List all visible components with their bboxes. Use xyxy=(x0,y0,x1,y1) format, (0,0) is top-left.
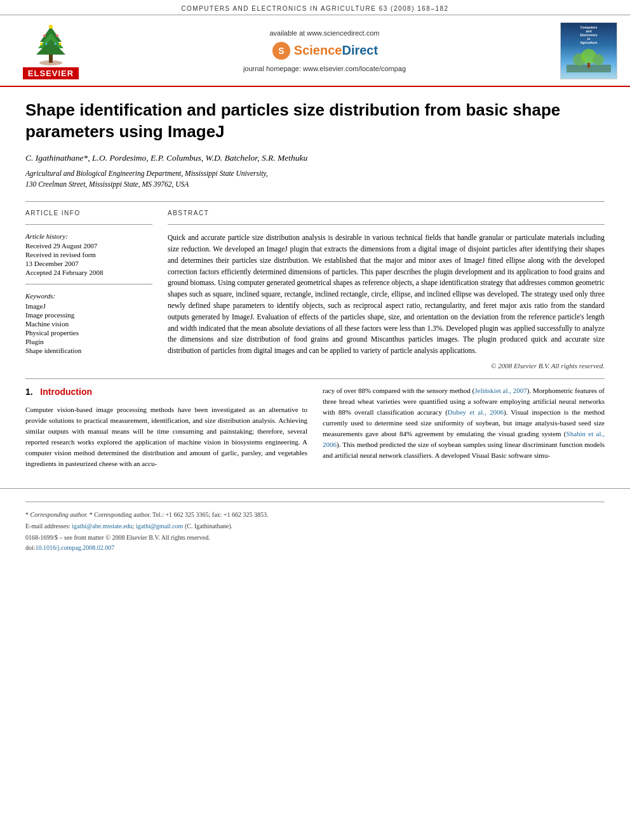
svg-point-5 xyxy=(49,25,53,29)
intro-right-text: racy of over 88% compared with the senso… xyxy=(323,385,605,461)
email-label: E-mail addresses: xyxy=(25,523,72,530)
sciencedirect-wordmark: ScienceDirect xyxy=(294,43,378,58)
keywords-label: Keywords: xyxy=(25,292,152,300)
cover-title-text: ComputersandElectronicsinAgriculture xyxy=(580,25,598,44)
received-2: Received in revised form xyxy=(25,251,152,258)
svg-point-6 xyxy=(43,34,46,37)
issn-note: 0168-1699/$ – see front matter © 2008 El… xyxy=(25,533,605,542)
body-right-col: racy of over 88% compared with the senso… xyxy=(323,385,605,469)
received-2-date: 13 December 2007 xyxy=(25,260,152,267)
section-number: 1. xyxy=(25,387,33,397)
email-1: igathi@abe.msstate.edu xyxy=(72,523,132,530)
doi-note: doi:10.1016/j.compag.2008.02.007 xyxy=(25,544,605,551)
cover-illustration xyxy=(566,47,611,72)
body-left-col: 1. Introduction Computer vision-based im… xyxy=(25,385,307,469)
corresponding-note: * Corresponding author. * Corresponding … xyxy=(25,510,605,519)
article-title: Shape identification and particles size … xyxy=(25,100,605,143)
article-info-col: ARTICLE INFO Article history: Received 2… xyxy=(25,210,152,370)
doi-label: doi: xyxy=(25,544,36,551)
footer-divider xyxy=(25,502,605,502)
corresponding-star: * xyxy=(25,511,29,518)
abstract-col: ABSTRACT Quick and accurate particle siz… xyxy=(168,210,605,370)
keyword-5: Plugin xyxy=(25,338,152,345)
footer: * Corresponding author. * Corresponding … xyxy=(0,488,630,556)
authors: C. Igathinathane*, L.O. Pordesimo, E.P. … xyxy=(25,153,605,163)
intro-left-text: Computer vision-based image processing m… xyxy=(25,404,307,469)
affiliation-line2: 130 Creelman Street, Mississippi State, … xyxy=(25,179,605,190)
divider-abstract xyxy=(168,224,605,225)
svg-point-8 xyxy=(40,43,43,45)
corresponding-text: Corresponding author. xyxy=(30,511,90,518)
keyword-4: Physical properties xyxy=(25,329,152,337)
elsevier-logo: ELSEVIER xyxy=(13,22,89,79)
article-info-abstract: ARTICLE INFO Article history: Received 2… xyxy=(25,210,605,370)
affiliation-line1: Agricultural and Biological Engineering … xyxy=(25,168,605,179)
accepted: Accepted 24 February 2008 xyxy=(25,269,152,276)
sciencedirect-icon: S xyxy=(271,41,292,61)
svg-rect-18 xyxy=(587,63,590,68)
tel-fax: * Corresponding author. Tel.: +1 662 325… xyxy=(90,511,269,518)
main-content: Shape identification and particles size … xyxy=(0,87,630,476)
divider-info xyxy=(25,224,152,225)
abstract-text: Quick and accurate particle size distrib… xyxy=(168,232,605,357)
svg-point-1 xyxy=(39,60,62,65)
keyword-1: ImageJ xyxy=(25,302,152,310)
center-info: available at www.sciencedirect.com S Sci… xyxy=(89,29,560,72)
keyword-3: Machine vision xyxy=(25,320,152,328)
email-note: E-mail addresses: igathi@abe.msstate.edu… xyxy=(25,521,605,531)
introduction-heading: 1. Introduction xyxy=(25,385,307,399)
page-wrapper: COMPUTERS AND ELECTRONICS IN AGRICULTURE… xyxy=(0,0,630,556)
journal-homepage-text: journal homepage: www.elsevier.com/locat… xyxy=(102,65,547,72)
body-two-col: 1. Introduction Computer vision-based im… xyxy=(25,385,605,469)
svg-point-10 xyxy=(46,43,48,45)
affiliation: Agricultural and Biological Engineering … xyxy=(25,168,605,190)
logo-banner: ELSEVIER available at www.sciencedirect.… xyxy=(0,15,630,87)
body-section: 1. Introduction Computer vision-based im… xyxy=(25,378,605,469)
journal-name: COMPUTERS AND ELECTRONICS IN AGRICULTURE… xyxy=(181,5,448,12)
divider-keywords xyxy=(25,284,152,284)
sciencedirect-logo: S ScienceDirect xyxy=(102,41,547,61)
svg-point-17 xyxy=(593,54,604,65)
journal-cover: ComputersandElectronicsinAgriculture xyxy=(560,22,617,79)
email-author: (C. Igathinathane). xyxy=(185,523,232,530)
history-label: Article history: xyxy=(25,232,152,240)
ref-jelinski: Jelińskiet al., 2007 xyxy=(474,387,527,394)
svg-text:S: S xyxy=(278,46,284,56)
available-text: available at www.sciencedirect.com xyxy=(102,29,547,37)
keyword-2: Image processing xyxy=(25,311,152,319)
journal-cover-inner: ComputersandElectronicsinAgriculture xyxy=(561,23,617,79)
svg-point-11 xyxy=(55,43,57,45)
section-title: Introduction xyxy=(40,387,92,397)
abstract-label: ABSTRACT xyxy=(168,210,605,217)
keyword-6: Shape identification xyxy=(25,347,152,354)
elsevier-tree-icon xyxy=(22,22,79,66)
divider-1 xyxy=(25,201,605,202)
received-1: Received 29 August 2007 xyxy=(25,242,152,250)
ref-shahin: Shahin et al., 2006 xyxy=(323,430,605,448)
svg-point-9 xyxy=(59,43,62,45)
email-2: igathi@gmail.com xyxy=(136,523,183,530)
elsevier-wordmark: ELSEVIER xyxy=(23,67,79,79)
journal-header: COMPUTERS AND ELECTRONICS IN AGRICULTURE… xyxy=(0,0,630,15)
doi-value: 10.1016/j.compag.2008.02.007 xyxy=(36,544,115,551)
article-info-label: ARTICLE INFO xyxy=(25,210,152,217)
ref-dubey: Dubey et al., 2006 xyxy=(448,408,504,416)
svg-point-7 xyxy=(56,34,58,37)
copyright: © 2008 Elsevier B.V. All rights reserved… xyxy=(168,362,605,370)
